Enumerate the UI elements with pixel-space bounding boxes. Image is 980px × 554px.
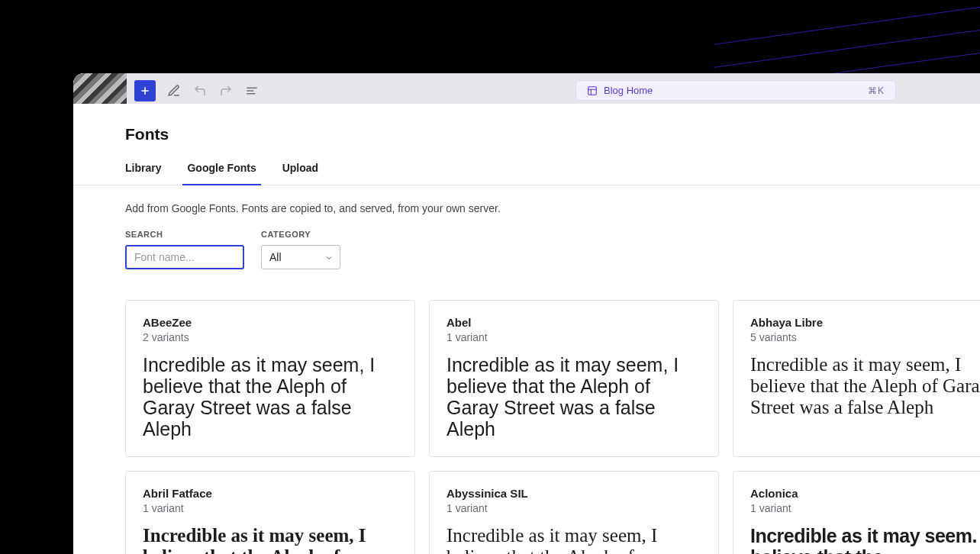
font-variants: 5 variants	[750, 331, 980, 343]
font-card[interactable]: Abyssinica SIL 1 variant Incredible as i…	[429, 471, 719, 554]
font-name: ABeeZee	[143, 316, 398, 329]
font-variants: 1 variant	[446, 502, 701, 514]
font-sample: Incredible as it may seem, I believe tha…	[143, 525, 398, 554]
font-card[interactable]: Abel 1 variant Incredible as it may seem…	[429, 300, 719, 457]
tab-google-fonts[interactable]: Google Fonts	[187, 162, 256, 185]
font-variants: 1 variant	[143, 502, 398, 514]
add-button[interactable]	[134, 80, 156, 101]
tab-library[interactable]: Library	[125, 162, 161, 185]
font-variants: 1 variant	[750, 502, 980, 514]
edit-icon[interactable]	[166, 83, 182, 98]
align-left-icon[interactable]	[244, 83, 260, 98]
svg-rect-5	[588, 86, 597, 95]
font-name: Abril Fatface	[143, 487, 398, 500]
tabs: Library Google Fonts Upload	[73, 162, 980, 185]
search-input[interactable]	[125, 245, 244, 269]
font-sample: Incredible as it may seem, I believe tha…	[750, 354, 980, 418]
fonts-panel: Fonts Library Google Fonts Upload Add fr…	[73, 104, 980, 554]
font-name: Abyssinica SIL	[446, 487, 701, 500]
toolbar: Blog Home ⌘K	[73, 73, 980, 108]
category-label: CATEGORY	[261, 230, 340, 239]
font-sample: Incredible as it may seem, I believe tha…	[143, 354, 398, 440]
page-selector-label: Blog Home	[604, 85, 653, 96]
panel-description: Add from Google Fonts. Fonts are copied …	[73, 185, 980, 214]
tab-upload[interactable]: Upload	[282, 162, 318, 185]
font-sample: Incredible as it may seem, I believe tha…	[446, 525, 701, 554]
keyboard-shortcut: ⌘K	[868, 85, 885, 96]
undo-icon[interactable]	[192, 83, 208, 98]
font-card[interactable]: Abhaya Libre 5 variants Incredible as it…	[733, 300, 980, 457]
font-name: Abel	[446, 316, 701, 329]
panel-icon	[587, 85, 598, 96]
search-label: SEARCH	[125, 230, 244, 239]
chevron-down-icon	[324, 253, 334, 262]
font-card[interactable]: ABeeZee 2 variants Incredible as it may …	[125, 300, 415, 457]
font-card[interactable]: Abril Fatface 1 variant Incredible as it…	[125, 471, 415, 554]
font-grid: ABeeZee 2 variants Incredible as it may …	[73, 269, 980, 554]
font-sample: Incredible as it may seem, I believe tha…	[446, 354, 701, 440]
font-card[interactable]: Aclonica 1 variant Incredible as it may …	[733, 471, 980, 554]
font-variants: 1 variant	[446, 331, 701, 343]
font-name: Aclonica	[750, 487, 980, 500]
panel-title: Fonts	[125, 125, 980, 143]
font-name: Abhaya Libre	[750, 316, 980, 329]
category-select[interactable]: All	[261, 245, 340, 269]
app-window: Blog Home ⌘K Fonts Library Google Fonts …	[73, 73, 980, 554]
page-selector[interactable]: Blog Home ⌘K	[575, 80, 896, 101]
redo-icon[interactable]	[218, 83, 234, 98]
font-variants: 2 variants	[143, 331, 398, 343]
category-value: All	[269, 251, 282, 263]
font-sample: Incredible as it may seem. I believe tha…	[750, 525, 980, 554]
